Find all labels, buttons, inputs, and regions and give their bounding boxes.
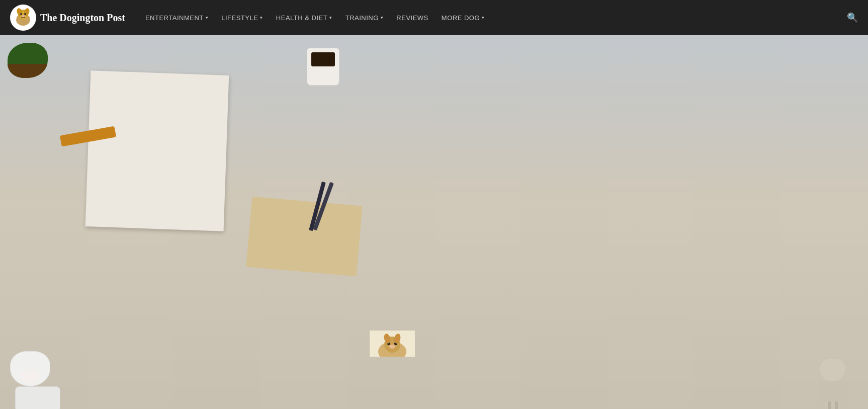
site-logo[interactable]: The Dogington Post xyxy=(10,5,125,31)
chevron-icon: ▾ xyxy=(381,15,384,20)
fence-scene xyxy=(182,312,342,390)
below-hero-section: DOGINGTON POST REVIEWS LIFESTYLE WITH DO… xyxy=(0,282,868,409)
fb-dog-image xyxy=(370,331,415,357)
chevron-icon: ▾ xyxy=(482,15,485,20)
nav-item-lifestyle[interactable]: LIFESTYLE ▾ xyxy=(216,10,268,26)
featured-article-image[interactable] xyxy=(182,312,342,390)
main-nav: The Dogington Post ENTERTAINMENT ▾ LIFES… xyxy=(0,0,868,35)
nav-item-training[interactable]: TRAINING ▾ xyxy=(340,10,389,26)
svg-point-6 xyxy=(24,13,26,15)
chevron-icon: ▾ xyxy=(329,15,332,20)
site-name: The Dogington Post xyxy=(40,12,125,24)
search-icon[interactable]: 🔍 xyxy=(847,12,858,23)
logo-icon xyxy=(10,5,36,31)
svg-point-9 xyxy=(30,18,32,20)
nav-item-entertainment[interactable]: ENTERTAINMENT ▾ xyxy=(140,10,213,26)
svg-point-7 xyxy=(21,15,25,17)
svg-point-8 xyxy=(15,18,17,20)
nav-item-more[interactable]: MORE DOG ▾ xyxy=(437,10,490,26)
svg-point-5 xyxy=(20,13,22,15)
nav-menu: ENTERTAINMENT ▾ LIFESTYLE ▾ HEALTH & DIE… xyxy=(140,10,847,26)
chevron-icon: ▾ xyxy=(260,15,263,20)
nav-item-reviews[interactable]: REVIEWS xyxy=(391,10,433,26)
nav-item-health[interactable]: HEALTH & DIET ▾ xyxy=(271,10,337,26)
featured-column: FEATURED xyxy=(171,292,353,409)
svg-point-24 xyxy=(389,345,395,349)
chevron-icon: ▾ xyxy=(206,15,209,20)
